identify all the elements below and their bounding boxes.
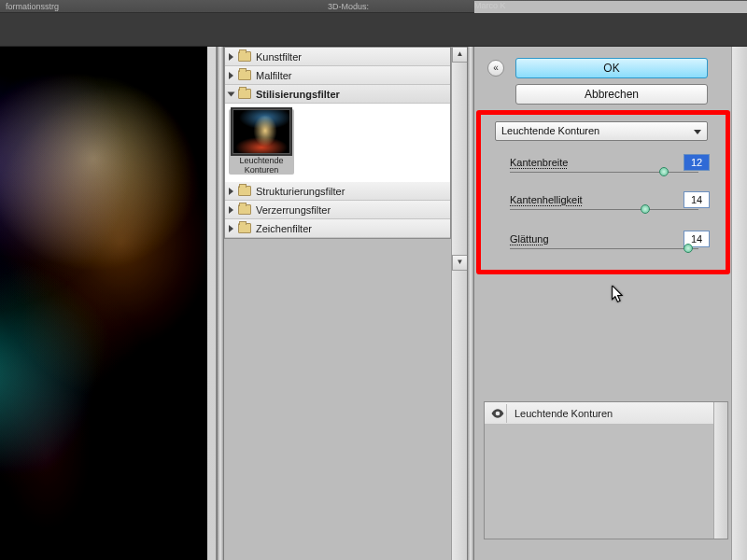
filter-thumbnail-label: Leuchtende Konturen (229, 156, 294, 175)
category-label: Verzerrungsfilter (256, 204, 331, 216)
param-label: Kantenhelligkeit (510, 194, 583, 205)
filter-gallery-dialog: Kunstfilter Malfilter Stilisierungsfilte… (0, 47, 747, 560)
slider-track[interactable] (510, 172, 698, 173)
folder-icon (238, 70, 251, 80)
category-label: Malfilter (256, 70, 292, 81)
folder-icon (238, 51, 251, 62)
cancel-button[interactable]: Abbrechen (515, 84, 708, 105)
folder-icon (238, 204, 251, 215)
category-strukturierungsfilter[interactable]: Strukturierungsfilter (225, 182, 450, 201)
category-verzerrungsfilter[interactable]: Verzerrungsfilter (225, 201, 450, 219)
preview-pane (0, 47, 217, 560)
eye-icon (491, 409, 504, 418)
slider-knob[interactable] (684, 244, 693, 253)
effect-layers-empty (485, 425, 727, 539)
disclosure-triangle-icon (228, 91, 235, 96)
effect-layer-name: Leuchtende Konturen (514, 408, 613, 419)
param-kantenhelligkeit: Kantenhelligkeit 14 (510, 194, 710, 205)
category-kunstfilter[interactable]: Kunstfilter (225, 48, 450, 66)
category-label: Strukturierungsfilter (256, 186, 345, 197)
folder-icon (238, 89, 251, 99)
ok-button-label: OK (603, 62, 619, 75)
preview-canvas[interactable] (0, 47, 207, 560)
category-zeichenfilter[interactable]: Zeichenfilter (225, 219, 450, 238)
disclosure-triangle-icon (229, 225, 233, 232)
effect-layers-panel: Leuchtende Konturen (484, 401, 728, 539)
param-value-input[interactable]: 12 (684, 154, 710, 171)
ok-button[interactable]: OK (515, 58, 708, 78)
folder-icon (238, 186, 251, 196)
settings-scrollbar[interactable] (731, 47, 747, 560)
menubar-left-label: formationsstrg (6, 2, 59, 11)
category-label: Kunstfilter (256, 51, 302, 63)
disclosure-triangle-icon (229, 206, 233, 214)
scroll-up-button[interactable]: ▲ (452, 47, 468, 63)
filter-select-dropdown[interactable]: Leuchtende Konturen (495, 121, 708, 141)
param-label: Glättung (510, 233, 549, 245)
filter-category-list: Kunstfilter Malfilter Stilisierungsfilte… (224, 47, 451, 239)
collapse-button[interactable]: « (487, 60, 504, 77)
slider-knob[interactable] (641, 204, 650, 214)
dropdown-selected-label: Leuchtende Konturen (501, 125, 599, 136)
filter-settings-pane: « OK Abbrechen Leuchtende Konturen Kante… (474, 47, 747, 560)
category-thumbnails: Leuchtende Konturen (225, 104, 450, 182)
app-menubar: formationsstrg 3D-Modus: Marco K (0, 0, 747, 13)
slider-track[interactable] (510, 248, 698, 249)
category-label: Zeichenfilter (256, 223, 312, 234)
slider-track[interactable] (510, 209, 698, 210)
preview-art (0, 47, 207, 560)
options-bar (0, 13, 747, 47)
filter-thumbnail-image (233, 109, 290, 154)
filter-thumb-leuchtende-konturen[interactable]: Leuchtende Konturen (229, 109, 294, 175)
disclosure-triangle-icon (229, 188, 233, 195)
disclosure-triangle-icon (229, 53, 233, 61)
category-label: Stilisierungsfilter (256, 89, 340, 100)
scroll-down-button[interactable]: ▼ (452, 255, 468, 271)
categories-scrollbar[interactable]: ▲ ▼ (451, 47, 467, 560)
chevron-down-icon (694, 130, 701, 134)
category-stilisierungsfilter[interactable]: Stilisierungsfilter (225, 85, 450, 104)
effect-layer-row[interactable]: Leuchtende Konturen (485, 402, 727, 425)
filter-categories-pane: Kunstfilter Malfilter Stilisierungsfilte… (224, 47, 467, 560)
pane-divider-1[interactable] (217, 47, 224, 560)
pane-divider-2[interactable] (467, 47, 474, 560)
collapse-icon: « (493, 63, 499, 73)
visibility-toggle[interactable] (488, 404, 507, 423)
layers-scrollbar[interactable] (713, 402, 727, 539)
slider-knob[interactable] (659, 167, 669, 176)
param-glaettung: Glättung 14 (510, 233, 710, 245)
cancel-button-label: Abbrechen (585, 88, 639, 101)
param-label: Kantenbreite (510, 157, 568, 168)
folder-icon (238, 223, 251, 233)
menubar-3d-label: 3D-Modus: (328, 2, 369, 11)
param-value-input[interactable]: 14 (684, 191, 710, 208)
category-malfilter[interactable]: Malfilter (225, 66, 450, 85)
param-kantenbreite: Kantenbreite 12 (510, 157, 710, 168)
disclosure-triangle-icon (229, 72, 233, 79)
